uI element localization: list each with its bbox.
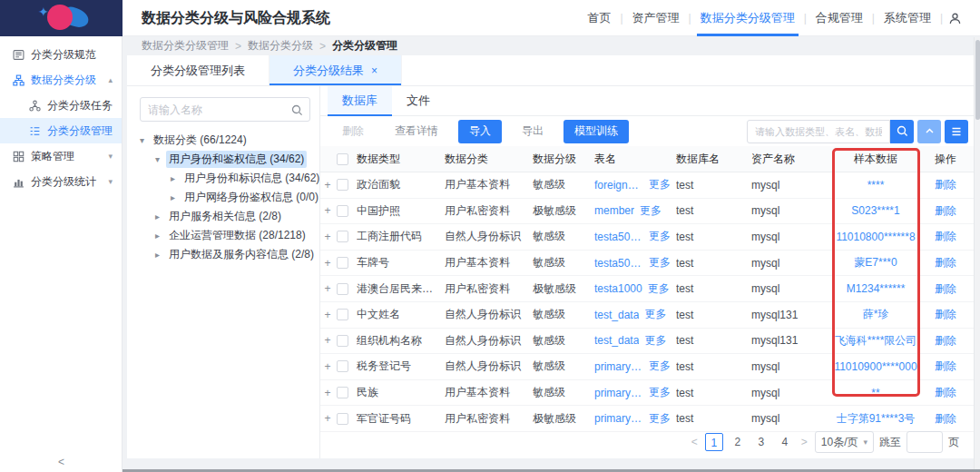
row-checkbox[interactable] [337, 205, 348, 217]
more-link[interactable]: 更多 [644, 307, 666, 322]
table-name-link[interactable]: foreignke... [594, 179, 643, 192]
delete-row-link[interactable]: 删除 [935, 412, 956, 425]
page-scrollbar[interactable] [974, 37, 980, 472]
row-expand-button[interactable]: + [320, 204, 335, 217]
row-checkbox[interactable] [337, 360, 348, 372]
row-expand-button[interactable]: + [320, 387, 335, 399]
delete-row-link[interactable]: 删除 [935, 256, 956, 269]
table-name-link[interactable]: testa1000 [594, 282, 642, 295]
sample-data-link[interactable]: ** [871, 387, 879, 399]
row-checkbox[interactable] [337, 413, 348, 425]
more-link[interactable]: 更多 [648, 281, 670, 297]
sample-data-link[interactable]: M1234****** [847, 282, 906, 295]
table-name-link[interactable]: testa50000 [594, 231, 643, 243]
more-link[interactable]: 更多 [649, 177, 671, 192]
导入-button[interactable]: 导入 [458, 120, 502, 143]
search-icon[interactable] [291, 103, 303, 120]
chevron-down-icon[interactable]: ▾ [140, 135, 151, 145]
more-link[interactable]: 更多 [649, 411, 671, 427]
sidebar-item-分类分级统计[interactable]: 分类分级统计▾ [0, 169, 122, 194]
sample-data-link[interactable]: 11010800******8 [836, 231, 915, 243]
tree-node[interactable]: ▸用户服务相关信息 (2/8) [140, 207, 310, 226]
delete-row-link[interactable]: 删除 [935, 178, 956, 191]
row-checkbox[interactable] [337, 231, 348, 242]
row-checkbox[interactable] [337, 283, 348, 295]
tab-分类分级结果[interactable]: 分类分级结果× [270, 55, 402, 85]
sidebar-item-分类分级管理[interactable]: 分类分级管理 [0, 118, 122, 143]
查看详情-button[interactable]: 查看详情 [384, 120, 449, 143]
tree-node[interactable]: ▸企业运营管理数据 (28/1218) [140, 226, 310, 245]
chevron-down-icon[interactable]: ▾ [155, 154, 166, 164]
table-name-link[interactable]: primaryk... [594, 387, 643, 399]
search-button[interactable] [890, 120, 914, 143]
sample-data-link[interactable]: 蒙E7***0 [854, 256, 897, 269]
row-expand-button[interactable]: + [320, 309, 335, 321]
select-all-checkbox[interactable] [337, 153, 348, 165]
close-icon[interactable]: × [371, 64, 377, 77]
nav-item-系统管理[interactable]: 系统管理 [875, 0, 940, 36]
tree-search-input[interactable] [141, 103, 286, 116]
nav-item-数据分类分级管理[interactable]: 数据分类分级管理 [691, 0, 804, 36]
sidebar-item-数据分类分级[interactable]: 数据分类分级▴ [0, 67, 122, 93]
table-name-link[interactable]: testa50000 [594, 257, 643, 270]
nav-item-合规管理[interactable]: 合规管理 [807, 0, 872, 36]
more-link[interactable]: 更多 [649, 255, 671, 270]
row-checkbox[interactable] [337, 257, 348, 269]
sample-data-link[interactable]: **** [867, 179, 885, 192]
table-name-link[interactable]: primaryk... [594, 360, 643, 373]
delete-row-link[interactable]: 删除 [935, 308, 956, 320]
tree-node[interactable]: ▾数据分类 (66/1224) [140, 131, 310, 150]
table-name-link[interactable]: test_data [594, 309, 639, 321]
sample-data-link[interactable]: 士字第91****3号 [837, 412, 916, 425]
delete-row-link[interactable]: 删除 [935, 230, 956, 242]
sidebar-item-分类分级规范[interactable]: 分类分级规范 [0, 42, 122, 67]
tab-数据库[interactable]: 数据库 [328, 86, 392, 115]
row-expand-button[interactable]: + [320, 412, 335, 425]
sidebar-item-分类分级任务[interactable]: 分类分级任务 [0, 93, 122, 118]
row-checkbox[interactable] [337, 309, 348, 320]
collapse-search-button[interactable] [917, 120, 941, 143]
more-link[interactable]: 更多 [644, 333, 666, 349]
sample-data-link[interactable]: S023****1 [851, 204, 899, 217]
sample-data-link[interactable]: 薛*珍 [863, 308, 889, 320]
tree-node[interactable]: ▸用户身份和标识信息 (34/62) [140, 169, 310, 188]
delete-row-link[interactable]: 删除 [935, 282, 956, 295]
page-number-3[interactable]: 3 [752, 433, 770, 451]
page-number-4[interactable]: 4 [776, 433, 794, 451]
模型训练-button[interactable]: 模型训练 [564, 120, 629, 143]
sidebar-collapse-button[interactable]: < [0, 456, 122, 468]
row-expand-button[interactable]: + [320, 179, 335, 192]
tree-node[interactable]: ▸用户网络身份鉴权信息 (0/0) [140, 188, 310, 207]
table-name-link[interactable]: test_data [594, 334, 639, 347]
sidebar-item-策略管理[interactable]: 策略管理▾ [0, 143, 122, 169]
user-icon[interactable] [943, 0, 967, 36]
page-number-2[interactable]: 2 [729, 433, 747, 451]
row-checkbox[interactable] [337, 387, 348, 398]
scrollbar-thumb[interactable] [975, 40, 980, 120]
row-expand-button[interactable]: + [320, 257, 335, 270]
delete-row-link[interactable]: 删除 [935, 359, 956, 372]
row-checkbox[interactable] [337, 335, 348, 347]
tab-分类分级管理列表[interactable]: 分类分级管理列表 [127, 55, 270, 85]
more-link[interactable]: 更多 [640, 203, 662, 219]
row-expand-button[interactable]: + [320, 231, 335, 243]
row-expand-button[interactable]: + [320, 360, 335, 373]
delete-row-link[interactable]: 删除 [935, 334, 956, 347]
sample-data-link[interactable]: 飞海科****限公司 [835, 334, 917, 347]
delete-row-link[interactable]: 删除 [935, 204, 956, 217]
delete-row-link[interactable]: 删除 [935, 386, 956, 398]
table-name-link[interactable]: member [594, 204, 634, 217]
nav-item-资产管理[interactable]: 资产管理 [623, 0, 689, 36]
more-link[interactable]: 更多 [649, 229, 671, 244]
breadcrumb-item[interactable]: 数据分类分级管理 [142, 38, 229, 54]
table-name-link[interactable]: primaryk... [594, 412, 643, 425]
row-checkbox[interactable] [337, 179, 348, 191]
chevron-right-icon[interactable]: ▸ [171, 192, 181, 202]
nav-item-首页[interactable]: 首页 [578, 0, 620, 36]
sample-data-link[interactable]: 11010900****000 [834, 360, 916, 373]
next-page-button[interactable]: > [799, 436, 809, 448]
tree-node[interactable]: ▾用户身份和鉴权信息 (34/62) [140, 150, 310, 169]
chevron-right-icon[interactable]: ▸ [155, 211, 166, 221]
row-expand-button[interactable]: + [320, 334, 335, 347]
chevron-right-icon[interactable]: ▸ [155, 231, 166, 241]
